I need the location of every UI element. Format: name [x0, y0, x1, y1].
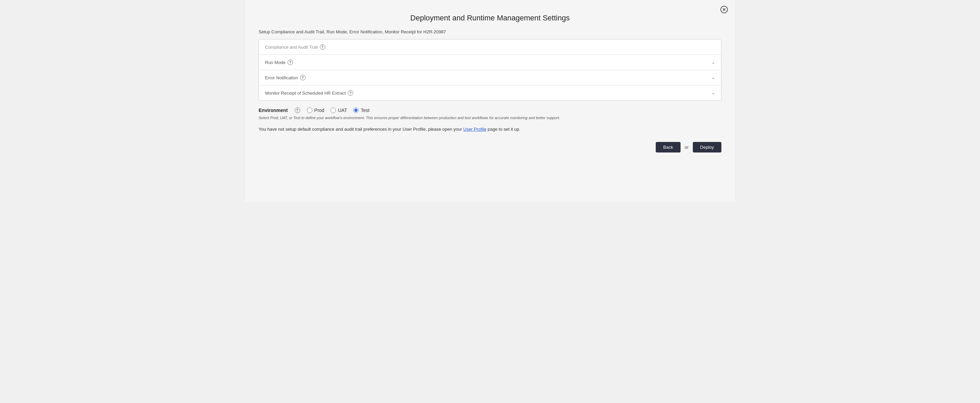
- accordion-item-run-mode: Run Mode ? ⌄: [259, 55, 721, 70]
- radio-option-uat[interactable]: UAT: [331, 108, 347, 113]
- radio-group-environment: Prod UAT Test: [307, 108, 369, 113]
- compliance-label: Compliance and Audit Trail: [265, 45, 318, 50]
- notice-before-link: You have not setup default compliance an…: [259, 127, 463, 132]
- run-mode-label: Run Mode: [265, 60, 285, 65]
- environment-help-icon[interactable]: ?: [295, 108, 300, 113]
- accordion-container: Compliance and Audit Trail ? Run Mode ? …: [259, 39, 721, 101]
- environment-section: Environment ? Prod UAT Test Select Prod,…: [259, 108, 721, 120]
- or-text: or: [685, 145, 689, 150]
- accordion-title-monitor-receipt: Monitor Receipt of Scheduled HR Extract …: [265, 90, 353, 96]
- monitor-receipt-label: Monitor Receipt of Scheduled HR Extract: [265, 91, 346, 96]
- accordion-header-monitor-receipt[interactable]: Monitor Receipt of Scheduled HR Extract …: [259, 86, 721, 100]
- radio-uat-label: UAT: [338, 108, 347, 113]
- monitor-receipt-chevron-icon: ⌄: [711, 91, 715, 95]
- accordion-title-error-notification: Error Notification ?: [265, 75, 305, 80]
- accordion-title-compliance: Compliance and Audit Trail ?: [265, 44, 325, 50]
- environment-row: Environment ? Prod UAT Test: [259, 108, 721, 113]
- accordion-item-error-notification: Error Notification ? ⌄: [259, 70, 721, 86]
- radio-prod[interactable]: [307, 108, 312, 113]
- environment-hint: Select Prod, UAT, or Test to define your…: [259, 116, 721, 120]
- run-mode-help-icon[interactable]: ?: [288, 60, 293, 65]
- compliance-help-icon[interactable]: ?: [320, 44, 325, 50]
- accordion-header-compliance[interactable]: Compliance and Audit Trail ?: [259, 40, 721, 54]
- accordion-header-run-mode[interactable]: Run Mode ? ⌄: [259, 55, 721, 70]
- radio-test[interactable]: [353, 108, 359, 113]
- user-profile-link[interactable]: User Profile: [463, 127, 487, 132]
- environment-label: Environment: [259, 108, 288, 113]
- notice-after-link: page to set it up.: [486, 127, 520, 132]
- radio-option-test[interactable]: Test: [353, 108, 369, 113]
- error-notification-label: Error Notification: [265, 75, 298, 80]
- radio-test-label: Test: [361, 108, 369, 113]
- notice-text: You have not setup default compliance an…: [259, 127, 721, 132]
- close-button[interactable]: [719, 5, 729, 14]
- page-title: Deployment and Runtime Management Settin…: [259, 10, 721, 22]
- monitor-receipt-help-icon[interactable]: ?: [348, 90, 353, 96]
- accordion-item-compliance: Compliance and Audit Trail ?: [259, 40, 721, 55]
- footer-actions: Back or Deploy: [259, 142, 721, 153]
- back-button[interactable]: Back: [656, 142, 681, 153]
- run-mode-chevron-icon: ⌄: [711, 60, 715, 65]
- page-subtitle: Setup Compliance and Audit Trail, Run Mo…: [259, 29, 721, 34]
- error-notification-chevron-icon: ⌄: [711, 75, 715, 80]
- deploy-button[interactable]: Deploy: [693, 142, 721, 153]
- radio-prod-label: Prod: [314, 108, 325, 113]
- accordion-item-monitor-receipt: Monitor Receipt of Scheduled HR Extract …: [259, 86, 721, 100]
- accordion-header-error-notification[interactable]: Error Notification ? ⌄: [259, 70, 721, 85]
- accordion-title-run-mode: Run Mode ?: [265, 60, 293, 65]
- modal-container: Deployment and Runtime Management Settin…: [245, 0, 735, 202]
- radio-option-prod[interactable]: Prod: [307, 108, 325, 113]
- radio-uat[interactable]: [331, 108, 336, 113]
- error-notification-help-icon[interactable]: ?: [300, 75, 305, 80]
